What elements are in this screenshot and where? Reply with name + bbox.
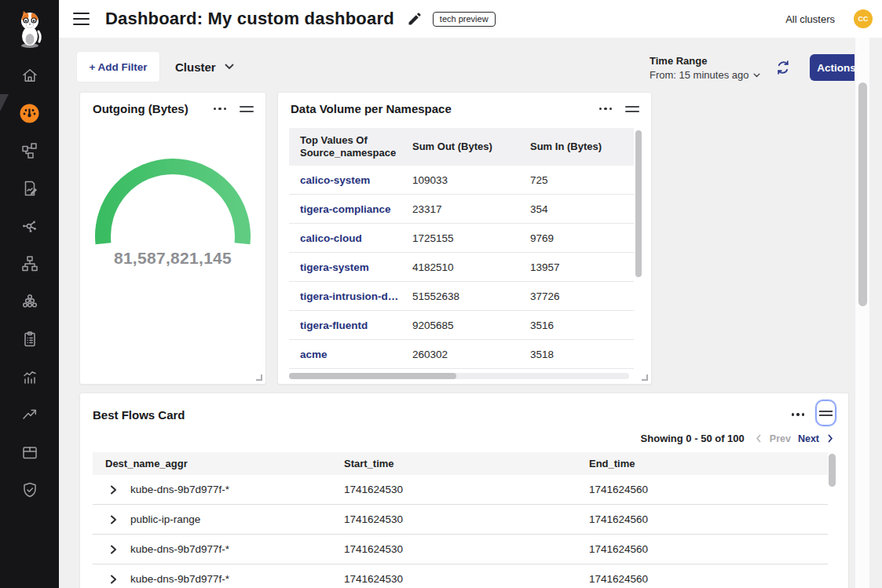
sidebar-item-security[interactable] (0, 471, 59, 509)
chevron-right-icon (109, 485, 118, 495)
gauge-chart (90, 155, 255, 247)
add-filter-button[interactable]: + Add Filter (76, 51, 160, 82)
chevron-down-icon (753, 73, 760, 78)
table-horizontal-scrollbar-track (289, 373, 629, 379)
dest-name-value: public-ip-range (130, 513, 200, 525)
table-row: acme 260302 3518 (289, 340, 634, 369)
sidebar-item-inventory[interactable] (0, 433, 59, 471)
card-drag-handle[interactable] (625, 104, 639, 114)
hamburger-menu-icon[interactable] (73, 13, 90, 26)
card-resize-handle[interactable] (642, 374, 648, 381)
sidebar-item-compliance-reports[interactable] (0, 320, 59, 358)
expand-row-button[interactable] (109, 545, 118, 554)
sidebar-item-statistics[interactable] (0, 358, 59, 396)
pagination-status: Showing 0 - 50 of 100 (641, 433, 745, 444)
next-page-button[interactable]: Next (798, 433, 819, 444)
table-row: kube-dns-9b7d977f-* 1741624530 174162456… (93, 564, 828, 588)
molecule-icon (20, 217, 39, 236)
app-screen: Dashboard: My custom dashboard tech prev… (0, 0, 882, 588)
namespace-link[interactable]: calico-system (289, 174, 406, 186)
sidebar-item-trends[interactable] (0, 396, 59, 433)
page-scrollbar-track (855, 38, 870, 588)
column-header: Sum Out (Bytes) (406, 141, 524, 153)
chevron-down-icon (225, 64, 234, 70)
column-header: End_time (583, 458, 828, 469)
column-header: Sum In (Bytes) (524, 141, 634, 153)
refresh-button[interactable] (775, 60, 792, 77)
sidebar-item-threat-feeds[interactable] (0, 207, 59, 245)
table-vertical-scrollbar[interactable] (829, 454, 836, 487)
sidebar-item-dashboard[interactable] (0, 94, 59, 132)
gauge-value: 81,587,821,145 (80, 249, 265, 268)
table-horizontal-scrollbar[interactable] (289, 373, 456, 379)
flows-table: Dest_name_aggr Start_time End_time kube-… (93, 452, 828, 588)
chevron-right-icon (826, 434, 834, 443)
start-time-value: 1741624530 (338, 513, 583, 525)
namespace-link[interactable]: acme (289, 349, 406, 360)
sidebar-item-network[interactable] (0, 245, 59, 283)
sum-out-value: 260302 (406, 349, 524, 360)
sum-in-value: 37726 (524, 290, 634, 302)
dest-name-value: kube-dns-9b7d977f-* (130, 573, 229, 585)
expand-row-button[interactable] (109, 485, 118, 495)
trend-arrow-icon (20, 405, 39, 424)
sum-in-value: 3516 (524, 320, 634, 331)
calico-cat-logo-icon (14, 9, 46, 50)
table-row: calico-system 109033 725 (289, 166, 634, 195)
table-row: tigera-fluentd 9205685 3516 (289, 311, 634, 340)
sum-out-value: 23317 (406, 203, 524, 215)
tech-preview-badge: tech preview (433, 12, 496, 27)
time-range-value: From: 15 minutes ago (650, 69, 748, 81)
table-row: tigera-system 4182510 13957 (289, 253, 634, 282)
card-menu-button[interactable] (212, 104, 228, 113)
calico-logo[interactable] (14, 3, 46, 57)
namespace-table: Top Values Of Source_namespace Sum Out (… (289, 128, 634, 369)
data-volume-card: Data Volume per Namespace Top Values Of … (277, 92, 652, 385)
start-time-value: 1741624530 (338, 543, 583, 555)
cluster-dropdown-label: Cluster (175, 60, 216, 74)
service-graph-icon (20, 141, 39, 160)
time-range-picker[interactable]: Time Range From: 15 minutes ago (650, 55, 760, 81)
card-menu-button[interactable] (790, 410, 806, 418)
column-header: Top Values Of Source_namespace (289, 134, 406, 160)
card-drag-handle[interactable] (240, 104, 254, 114)
sum-out-value: 51552638 (406, 290, 524, 302)
card-title: Data Volume per Namespace (291, 102, 452, 115)
sidebar-item-service-graph[interactable] (0, 132, 59, 170)
sidebar-item-policies[interactable] (0, 170, 59, 207)
dashboard-content: + Add Filter Cluster Time Range From: 15… (59, 38, 882, 588)
sidebar-corner-flag (0, 94, 9, 111)
chevron-right-icon (109, 575, 118, 584)
table-vertical-scrollbar[interactable] (635, 130, 642, 277)
sidebar-item-endpoints[interactable] (0, 283, 59, 320)
sidebar-item-home[interactable] (0, 57, 59, 94)
cluster-dropdown[interactable]: Cluster (175, 51, 234, 82)
sidebar (0, 0, 59, 588)
table-header-row: Top Values Of Source_namespace Sum Out (… (289, 128, 634, 166)
dashboard-gauge-icon (19, 103, 40, 124)
prev-page-button[interactable]: Prev (770, 433, 791, 444)
namespace-link[interactable]: tigera-system (289, 261, 406, 273)
card-resize-handle[interactable] (256, 374, 262, 381)
edit-dashboard-button[interactable] (407, 11, 423, 27)
table-row: kube-dns-9b7d977f-* 1741624530 174162456… (93, 535, 828, 564)
box-icon (20, 443, 39, 462)
refresh-icon (775, 60, 791, 75)
namespace-link[interactable]: calico-cloud (289, 232, 406, 244)
dest-name-value: kube-dns-9b7d977f-* (130, 543, 229, 555)
table-row: calico-cloud 1725155 9769 (289, 224, 634, 253)
expand-row-button[interactable] (109, 575, 118, 584)
namespace-link[interactable]: tigera-intrusion-d… (289, 290, 406, 302)
endpoints-cluster-icon (20, 292, 39, 311)
namespace-link[interactable]: tigera-fluentd (289, 320, 406, 331)
page-scrollbar[interactable] (858, 82, 867, 306)
topbar: Dashboard: My custom dashboard tech prev… (59, 0, 882, 38)
namespace-link[interactable]: tigera-compliance (289, 203, 406, 215)
expand-row-button[interactable] (109, 515, 118, 524)
pencil-icon (407, 11, 423, 27)
chevron-left-icon (755, 434, 763, 443)
user-avatar[interactable]: CC (854, 9, 873, 28)
cluster-selector[interactable]: All clusters (785, 13, 835, 25)
card-drag-handle-focused[interactable] (815, 400, 836, 426)
card-menu-button[interactable] (598, 104, 613, 113)
